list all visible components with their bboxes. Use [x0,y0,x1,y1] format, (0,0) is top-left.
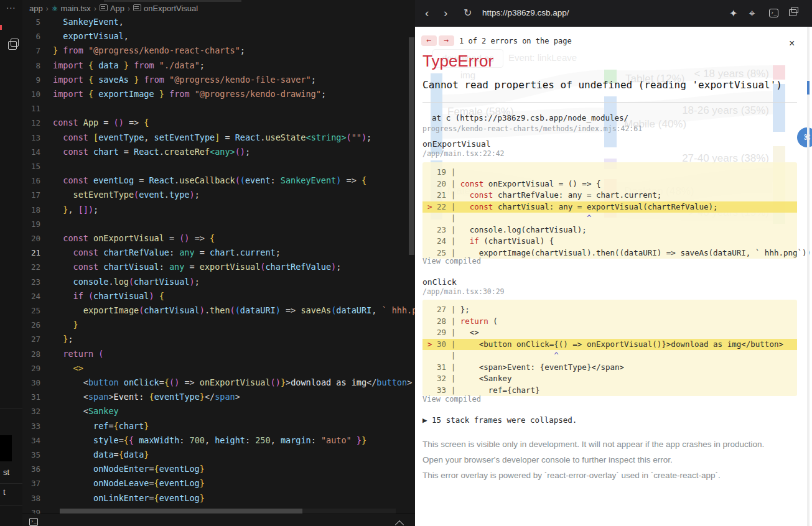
line-number[interactable]: 5 [22,15,40,29]
code-line[interactable]: 11 [22,101,415,116]
next-error-button[interactable]: → [439,35,454,46]
line-number[interactable]: 21 [22,246,40,260]
code-area[interactable]: 5 SankeyEvent,6 exportVisual,7} from "@p… [22,15,415,512]
line-number[interactable]: 10 [22,87,40,101]
chevron-up-icon[interactable] [395,520,404,526]
line-number[interactable]: 32 [22,404,40,418]
line-number[interactable]: 22 [22,260,40,274]
line-number[interactable]: 9 [22,73,40,87]
code-line[interactable]: 28 return ( [22,347,415,361]
close-overlay-icon[interactable]: × [789,38,795,49]
line-number[interactable]: 14 [22,145,40,159]
view-compiled-link[interactable]: View compiled [422,395,481,404]
code-token: onExportVisual [200,377,271,387]
terminal-icon[interactable]: ›_ [29,518,38,526]
line-number[interactable]: 18 [22,203,40,217]
breadcrumb-item-main.tsx[interactable]: main.tsx [60,4,90,13]
previous-error-button[interactable]: ← [421,35,437,46]
code-line[interactable]: 31 <span>Event: {eventType}</span> [22,390,415,404]
code-line[interactable]: 20 const onExportVisual = () => { [22,231,415,246]
code-line[interactable]: 26 } [22,318,415,332]
line-number[interactable]: 7 [22,44,40,58]
line-number[interactable]: 25 [22,303,40,318]
line-number[interactable]: 20 [22,231,40,246]
code-line[interactable]: 18 }, []); [22,203,415,217]
code-line[interactable]: 9import { saveAs } from "@progress/kendo… [22,73,415,87]
code-line[interactable]: 36 onNodeEnter={eventLog} [22,462,415,476]
url-bar[interactable]: https://p386z9.csb.app/ [482,8,569,17]
code-line[interactable]: 8import { data } from "./data"; [22,58,415,73]
code-line[interactable]: 35 data={data} [22,448,415,462]
code-token [93,349,98,359]
code-line[interactable]: 29 <> [22,361,415,376]
code-line[interactable]: 10import { exportImage } from "@progress… [22,87,415,101]
code-line[interactable]: 19 [22,217,415,231]
code-line[interactable]: 15 [22,159,415,173]
code-token: chartVisual [144,305,199,315]
breadcrumb-item-app[interactable]: app [29,4,43,13]
editor-horizontal-scrollbar[interactable] [60,509,302,514]
line-number[interactable]: 11 [22,101,40,116]
more-actions-icon[interactable]: ... [6,0,16,11]
code-line[interactable]: 14 const chart = React.createRef<any>(); [22,145,415,159]
code-line[interactable]: 32 <Sankey [22,404,415,418]
line-number[interactable]: 27 [22,332,40,346]
code-line[interactable]: 25 exportImage(chartVisual).then((dataUR… [22,303,415,318]
code-line[interactable]: 30 <button onClick={() => onExportVisual… [22,376,415,390]
line-number[interactable]: 23 [22,275,40,289]
preview-scrollbar-track[interactable] [807,27,810,526]
code-line[interactable]: 27 }; [22,332,415,346]
code-line[interactable]: 21 const chartRefValue: any = chart.curr… [22,246,415,260]
code-line[interactable]: 22 const chartVisual: any = exportVisual… [22,260,415,274]
code-line[interactable]: 16 const eventLog = React.useCallback((e… [22,173,415,188]
line-number[interactable]: 26 [22,318,40,332]
line-number[interactable]: 38 [22,491,40,505]
code-line[interactable]: 13 const [eventType, setEventType] = Rea… [22,131,415,145]
line-number[interactable]: 16 [22,173,40,188]
line-number[interactable]: 31 [22,390,40,404]
line-number[interactable]: 17 [22,188,40,202]
line-number[interactable]: 15 [22,159,40,173]
line-number[interactable]: 29 [22,361,40,376]
line-number[interactable]: 12 [22,116,40,130]
restore-windows-icon[interactable] [8,41,17,50]
code-line[interactable]: 33 ref={chart} [22,419,415,433]
console-icon[interactable]: ›_ [769,9,778,17]
code-line[interactable]: 6 exportVisual, [22,29,415,44]
code-line[interactable]: 37 onNodeLeave={eventLog} [22,476,415,491]
line-number[interactable]: 24 [22,289,40,303]
code-line[interactable]: 7} from "@progress/kendo-react-charts"; [22,44,415,58]
breadcrumb-item-App[interactable]: App [110,4,124,13]
line-number[interactable]: 30 [22,376,40,390]
code-line[interactable]: 12const App = () => { [22,116,415,130]
line-number[interactable]: 19 [22,217,40,231]
sparkle-icon[interactable]: ✦ [729,7,737,19]
editor-vertical-scrollbar[interactable] [409,37,414,255]
open-in-new-window-icon[interactable] [789,9,796,16]
code-line[interactable]: 24 if (chartVisual) { [22,289,415,303]
codesandbox-menu-button[interactable]: ⌘ [797,127,812,147]
line-number[interactable]: 8 [22,58,40,73]
collapsed-stack-frames-toggle[interactable]: ▶ 15 stack frames were collapsed. [422,415,577,425]
line-number[interactable]: 37 [22,476,40,491]
code-line[interactable]: 38 onLinkEnter={eventLog} [22,491,415,505]
line-number[interactable]: 34 [22,433,40,448]
code-line[interactable]: 5 SankeyEvent, [22,15,415,29]
back-icon[interactable]: ‹ [425,6,429,21]
view-compiled-link[interactable]: View compiled [422,257,481,265]
code-line[interactable]: 17 setEventType(event.type); [22,188,415,202]
line-number[interactable]: 33 [22,419,40,433]
crosshair-icon[interactable]: ⌖ [749,7,755,20]
line-number[interactable]: 13 [22,131,40,145]
refresh-icon[interactable]: ↻ [464,6,472,21]
code-line[interactable]: 34 style={{ maxWidth: 700, height: 250, … [22,433,415,448]
forward-icon[interactable]: › [444,6,447,21]
line-number[interactable]: 28 [22,347,40,361]
line-number[interactable]: 35 [22,448,40,462]
code-token: . [108,277,113,287]
code-line[interactable]: 23 console.log(chartVisual); [22,275,415,289]
breadcrumb-item-onExportVisual[interactable]: onExportVisual [144,4,198,13]
preview-scrollbar-thumb[interactable] [807,81,810,95]
line-number[interactable]: 36 [22,462,40,476]
line-number[interactable]: 6 [22,29,40,44]
